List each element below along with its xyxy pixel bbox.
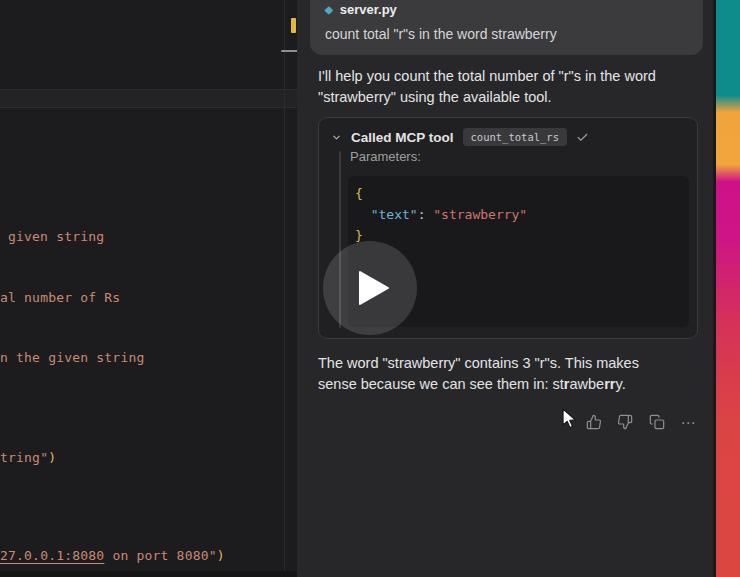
code-line: 27.0.0.1:8080 on port 8080") [0, 548, 225, 563]
json-line: } [355, 225, 689, 246]
intro-line: "strawberry" using the available tool. [318, 87, 708, 108]
user-message-text: count total "r"s in the word strawberry [325, 26, 688, 42]
mouse-cursor [559, 408, 579, 430]
copy-button[interactable] [648, 414, 665, 431]
code-line: al number of Rs [0, 290, 120, 305]
editor-band [0, 90, 297, 107]
message-action-bar: ⋯ [585, 411, 697, 433]
ellipsis-icon: ⋯ [680, 415, 696, 430]
answer-line: The word "strawberry" contains 3 "r"s. T… [318, 353, 702, 374]
editor-divider-bottom [0, 107, 297, 108]
chat-panel: ◆ server.py count total "r"s in the word… [297, 0, 714, 577]
tool-call-header[interactable]: Called MCP tool count_total_rs [319, 118, 697, 150]
code-line: tring") [0, 450, 56, 465]
code-editor-panel[interactable]: given string al number of Rs n the given… [0, 0, 297, 577]
video-play-button[interactable] [323, 241, 417, 335]
json-line: "text": "strawberry" [355, 204, 689, 225]
thumbs-down-button[interactable] [617, 414, 634, 431]
editor-right-border [284, 0, 285, 577]
file-diamond-icon: ◆ [325, 5, 333, 15]
more-options-button[interactable]: ⋯ [680, 414, 697, 431]
parameters-label: Parameters: [350, 149, 421, 164]
yellow-indicator [291, 18, 296, 33]
thumbs-up-button[interactable] [585, 414, 602, 431]
code-line: n the given string [0, 350, 144, 365]
editor-bottom-strip [0, 571, 297, 577]
json-line: { [355, 183, 689, 204]
intro-line: I'll help you count the total number of … [318, 66, 708, 87]
tool-call-title: Called MCP tool [351, 130, 454, 145]
assistant-answer-text: The word "strawberry" contains 3 "r"s. T… [318, 353, 702, 395]
panel-resize-handle[interactable] [281, 50, 298, 52]
screen: given string al number of Rs n the given… [0, 0, 740, 577]
file-attachment-chip[interactable]: ◆ server.py [325, 2, 688, 17]
check-icon [576, 131, 589, 144]
file-name: server.py [340, 2, 397, 17]
answer-line: sense because we can see them in: strawb… [318, 374, 702, 395]
code-line: given string [8, 229, 104, 244]
play-icon [359, 271, 389, 305]
chevron-down-icon [331, 132, 342, 143]
desktop-wallpaper-stripe [716, 0, 740, 577]
tool-name-badge: count_total_rs [463, 128, 568, 146]
user-message-card: ◆ server.py count total "r"s in the word… [310, 0, 703, 55]
assistant-intro-text: I'll help you count the total number of … [318, 66, 708, 108]
